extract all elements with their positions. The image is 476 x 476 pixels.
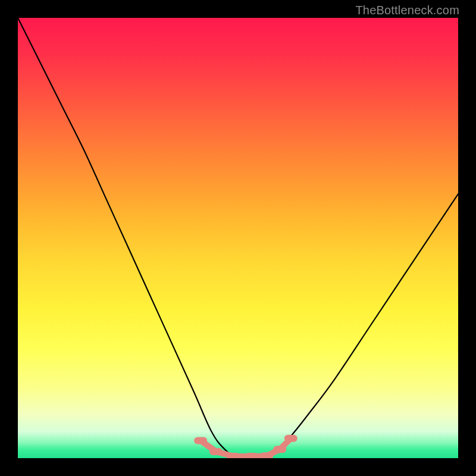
bottom-node — [260, 452, 273, 458]
bottleneck-curve — [18, 18, 458, 458]
watermark-text: TheBottleneck.com — [355, 4, 459, 17]
bottom-node — [284, 435, 298, 442]
bottom-node — [245, 453, 258, 458]
chart-frame: TheBottleneck.com — [0, 0, 476, 476]
bottom-nodes-group — [194, 435, 298, 458]
bottom-node — [194, 437, 207, 444]
bottom-node — [227, 453, 240, 458]
plot-area — [18, 18, 458, 458]
bottom-node — [273, 446, 286, 453]
bottom-node — [209, 448, 223, 455]
curve-layer — [18, 18, 458, 458]
